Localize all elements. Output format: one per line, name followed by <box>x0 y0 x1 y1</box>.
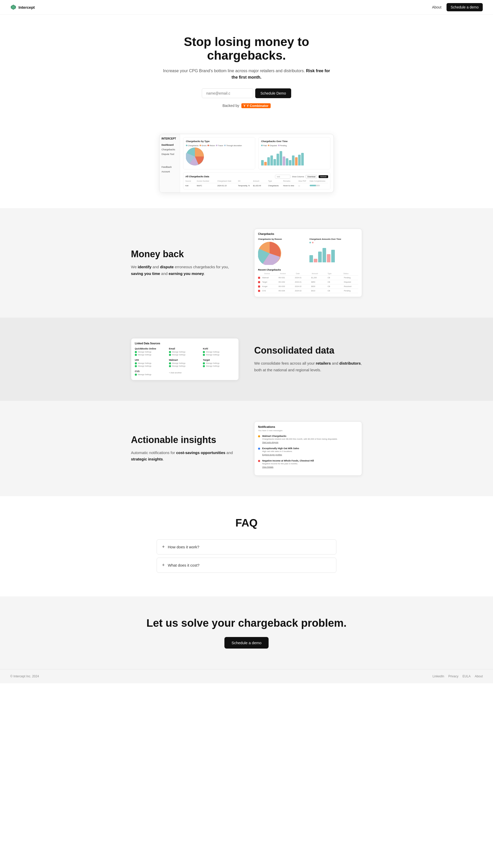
cb-bar-legend <box>309 242 358 243</box>
table-row-1: Kell Wol7C 2024-01-15 Temporarily, % $1,… <box>186 184 328 187</box>
footer-about[interactable]: About <box>475 675 483 678</box>
chargebacks-charts-row: Chargebacks by Reason Chargeback Amounts… <box>258 238 358 266</box>
footer-linkedin[interactable]: LinkedIn <box>433 675 444 678</box>
datasources-mock-title: Linked Data Sources <box>135 342 235 345</box>
cb-pie-svg <box>258 242 281 265</box>
nav-demo-button[interactable]: Schedule a demo <box>447 3 483 11</box>
cb-bar-title: Chargeback Amounts Over Time <box>309 238 358 240</box>
cb-pie-box: Chargebacks by Reason <box>258 238 307 266</box>
cta-schedule-button[interactable]: Schedule a demo <box>224 637 269 648</box>
bar-6 <box>277 154 279 165</box>
notif-action-1[interactable]: Start auto-dispute <box>262 441 358 443</box>
notif-content-3: Negative Income at Whole Foods, Chestnut… <box>262 459 358 468</box>
faq-question-1: How does it work? <box>168 545 199 549</box>
bar-9 <box>286 158 288 165</box>
ds-uhi: UHI Manage Settings Manage Settings <box>135 359 167 368</box>
db-sidebar-chargebacks: Chargebacks <box>162 148 178 151</box>
notif-content-2: Exceptionally High Oat Milk Sales High o… <box>262 447 358 456</box>
feature2-title: Consolidated data <box>254 345 362 356</box>
ds-walmart: Walmart Manage Settings Manage Settings <box>169 359 201 368</box>
recent-row-3: Kroger INV-003 2024-02 $630 CB Resolved <box>258 285 358 289</box>
feature1-image: Chargebacks Chargebacks by Reason <box>254 229 362 297</box>
hero-cta: Schedule Demo <box>162 88 331 98</box>
show-columns-label: Show Columns <box>292 176 304 178</box>
db-table-cols: Source Invoice Number Chargeback Date DC… <box>186 180 328 183</box>
db-bar-title: Chargebacks Over Time <box>261 140 328 143</box>
notif-dot-1 <box>258 435 260 437</box>
cb-bars <box>309 244 358 262</box>
feature1-para: We identify and dispute erroneous charge… <box>131 264 239 277</box>
hero-section: Stop losing money to chargebacks. Increa… <box>0 15 493 193</box>
notif-desc-2: High oat milk sales in 3 locations. <box>262 450 358 453</box>
recent-chargebacks: Recent Chargebacks Source Invoice Date A… <box>258 269 358 293</box>
bar-legend-3: Pending <box>278 145 287 146</box>
bar-11 <box>292 156 295 165</box>
feature3-text: Actionable insights Automatic notificati… <box>131 435 239 462</box>
recent-row-1: Walmart INV-001 2024-01 $1,200 CB Pendin… <box>258 276 358 280</box>
db-table-header: All Chargebacks Data Show Columns Downlo… <box>186 175 328 179</box>
recent-title: Recent Chargebacks <box>258 269 358 271</box>
legend-item-5: Through decoration <box>224 145 242 146</box>
db-chart-bar: Chargebacks Over Time Paid Disputed Pend… <box>258 137 330 169</box>
nav-right: About Schedule a demo <box>432 3 483 11</box>
recent-header: Source Invoice Date Amount Type Status <box>258 273 358 276</box>
faq-item-1[interactable]: + How does it work? <box>157 539 336 555</box>
cta-section: Let us solve your chargeback problem. Sc… <box>0 596 493 669</box>
db-search-input[interactable] <box>275 175 291 179</box>
bar-legend-1: Paid <box>261 145 267 146</box>
footer-privacy[interactable]: Privacy <box>448 675 458 678</box>
download-button[interactable]: Download <box>305 175 317 178</box>
footer-links: LinkedIn Privacy EULA About <box>433 675 483 678</box>
notif-content-1: Walmart Chargebacks Chargebacks totaled … <box>262 435 358 443</box>
notif-item-3: Negative Income at Whole Foods, Chestnut… <box>258 459 358 468</box>
notif-dot-2 <box>258 448 260 450</box>
bar-14 <box>301 153 304 165</box>
refresh-button[interactable]: Refresh <box>319 175 328 178</box>
footer-eula[interactable]: EULA <box>463 675 470 678</box>
notif-item-2: Exceptionally High Oat Milk Sales High o… <box>258 447 358 456</box>
feature3-image: Notifications You have 3 new messages Wa… <box>254 421 362 476</box>
ds-add-another[interactable]: + Add another <box>169 372 201 374</box>
cb-pie-title: Chargebacks by Reason <box>258 238 307 240</box>
feature2-row: Consolidated data We consolidate fees ac… <box>131 338 362 380</box>
faq-title: FAQ <box>5 517 488 529</box>
notif-action-2[interactable]: Explore buyer profiles <box>262 454 358 456</box>
db-inner: INTERCEPT Dashboard Chargebacks Dispute … <box>159 134 334 192</box>
backed-by: Backed by Y Y Combinator <box>162 103 331 108</box>
nav-about-link[interactable]: About <box>432 5 442 9</box>
notif-action-3[interactable]: View Details <box>262 466 358 468</box>
legend-item-3: Return <box>208 145 215 146</box>
feature2-para: We consolidate fees across all your reta… <box>254 360 362 373</box>
db-sidebar-account: Account <box>162 170 178 173</box>
footer-copyright: © Intercept Inc. 2024 <box>10 675 39 678</box>
chargebacks-mock-title: Chargebacks <box>258 232 358 235</box>
faq-plus-icon-1: + <box>162 544 165 550</box>
hero-headline: Stop losing money to chargebacks. <box>162 35 331 62</box>
feature1-section: Money back We identify and dispute erron… <box>0 208 493 317</box>
faq-list: + How does it work? + What does it cost? <box>157 539 336 573</box>
bar-chart-bars <box>261 147 328 165</box>
yc-badge: Y Y Combinator <box>241 103 271 108</box>
hero-email-input[interactable] <box>202 88 253 98</box>
ds-kohl: Kohl Manage Settings Manage Settings <box>203 347 235 357</box>
notif-item-1: Walmart Chargebacks Chargebacks totaled … <box>258 435 358 443</box>
db-pie-title: Chargebacks by Type <box>186 140 252 143</box>
faq-plus-icon-2: + <box>162 562 165 568</box>
hero-schedule-button[interactable]: Schedule Demo <box>255 88 291 98</box>
feature2-text: Consolidated data We consolidate fees ac… <box>254 345 362 373</box>
notif-desc-3: Negative income for the past 3 months. <box>262 462 358 465</box>
db-table-box: All Chargebacks Data Show Columns Downlo… <box>183 172 330 189</box>
notifications-mock: Notifications You have 3 new messages Wa… <box>254 421 362 476</box>
faq-item-2[interactable]: + What does it cost? <box>157 558 336 573</box>
notif-dot-3 <box>258 460 260 462</box>
ds-target: Target Manage Settings Manage Settings <box>203 359 235 368</box>
db-sidebar-dispute: Dispute Tool <box>162 153 178 156</box>
db-sidebar-feedback: Feedback <box>162 166 178 168</box>
bar-2 <box>264 162 267 165</box>
ds-quickbooks: QuickBooks Online Manage Settings Manage… <box>135 347 167 357</box>
legend-item-4: Tracer <box>216 145 223 146</box>
legend-item-1: Chargebacks <box>186 145 198 146</box>
datasources-grid: QuickBooks Online Manage Settings Manage… <box>135 347 235 376</box>
bar-1 <box>261 160 264 165</box>
recent-row-2: Target INV-002 2024-01 $850 CB Disputed <box>258 280 358 285</box>
